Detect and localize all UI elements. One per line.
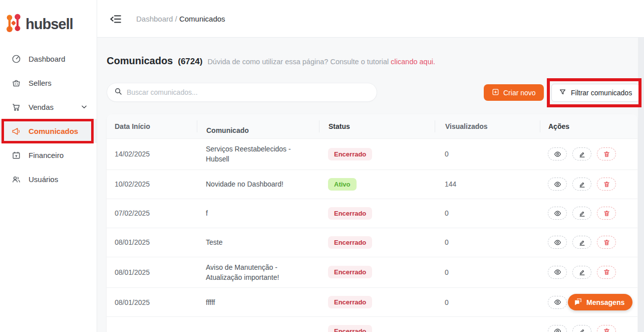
- cell-comunicado: Teste: [197, 232, 319, 252]
- status-badge: Ativo: [328, 178, 357, 191]
- plus-square-icon: [492, 88, 499, 97]
- edit-button[interactable]: [572, 207, 591, 220]
- view-button[interactable]: [548, 266, 567, 279]
- table-row: 07/02/2025 f Encerrado 0: [107, 199, 637, 228]
- cell-actions: [540, 266, 637, 279]
- delete-button[interactable]: [597, 236, 616, 249]
- delete-button[interactable]: [597, 178, 616, 191]
- cart-icon: [11, 102, 21, 112]
- cell-comunicado: Serviços Reestabelecidos - Hubsell: [197, 139, 319, 170]
- edit-button[interactable]: [572, 147, 591, 160]
- cell-date: 08/01/2025: [107, 298, 197, 306]
- cell-date: 07/02/2025: [107, 209, 197, 217]
- search-icon: [114, 87, 122, 97]
- status-badge: Encerrado: [328, 266, 372, 278]
- sidebar-item-sellers[interactable]: Sellers: [0, 71, 97, 95]
- users-icon: [11, 174, 21, 184]
- gauge-icon: [11, 54, 21, 64]
- messages-button[interactable]: Mensagens: [568, 294, 632, 310]
- col-header-status: Status: [319, 120, 435, 132]
- table-row: 08/01/2025 Aviso de Manutenção - Atualiz…: [107, 257, 637, 288]
- cell-status: Encerrado: [319, 148, 435, 160]
- cell-date: 14/02/2025: [107, 150, 197, 158]
- calendar-icon: [11, 150, 21, 160]
- brand-logo[interactable]: hubsell: [0, 0, 97, 37]
- cell-actions: [540, 207, 637, 220]
- edit-button[interactable]: [572, 266, 591, 279]
- breadcrumb-current: Comunicados: [179, 15, 225, 23]
- tutorial-link[interactable]: clicando aqui.: [391, 58, 435, 66]
- cell-views: 0: [435, 238, 540, 246]
- cell-status: Encerrado: [319, 236, 435, 249]
- sidebar-item-comunicados[interactable]: Comunicados: [0, 119, 97, 143]
- cell-comunicado: Novidade no Dashboard!: [197, 174, 319, 194]
- sidebar-item-label: Financeiro: [29, 151, 64, 159]
- table-header: Data Início Comunicado Status Visualizad…: [107, 114, 637, 138]
- sidebar-item-dashboard[interactable]: Dashboard: [0, 47, 97, 71]
- view-button[interactable]: [548, 147, 567, 160]
- view-button[interactable]: [548, 207, 567, 220]
- filter-button[interactable]: Filtrar comunicados: [551, 84, 639, 102]
- view-button[interactable]: [548, 296, 567, 309]
- cell-comunicado: fffff: [197, 292, 319, 312]
- cell-date: 08/01/2025: [107, 268, 197, 276]
- status-badge: Encerrado: [328, 325, 372, 332]
- table-body: 14/02/2025 Serviços Reestabelecidos - Hu…: [107, 138, 637, 332]
- edit-button[interactable]: [572, 178, 591, 191]
- page-help-text: Dúvida de como utilizar essa página? Con…: [207, 58, 435, 66]
- cell-status: Encerrado: [319, 207, 435, 220]
- delete-button[interactable]: [597, 266, 616, 279]
- cell-views: 0: [435, 209, 540, 217]
- col-header-data-inicio: Data Início: [107, 120, 197, 132]
- status-badge: Encerrado: [328, 207, 372, 220]
- cell-comunicado: Aviso de Manutenção - Atualização import…: [197, 257, 319, 288]
- search-input[interactable]: [127, 88, 377, 96]
- breadcrumb-dashboard[interactable]: Dashboard: [136, 15, 173, 23]
- cell-status: Encerrado: [319, 325, 435, 332]
- cell-actions: [540, 147, 637, 160]
- page-head: Comunicados (6724) Dúvida de como utiliz…: [107, 55, 435, 67]
- status-badge: Encerrado: [328, 148, 372, 160]
- hubsell-logo-icon: [6, 13, 21, 35]
- sidebar: hubsell Dashboard Sellers: [0, 0, 97, 332]
- sidebar-item-usuarios[interactable]: Usuários: [0, 167, 97, 191]
- edit-button[interactable]: [572, 236, 591, 249]
- cell-actions: [540, 236, 637, 249]
- chat-icon: [574, 297, 582, 307]
- sidebar-item-label: Usuários: [29, 175, 58, 184]
- breadcrumb: Dashboard / Comunicados: [136, 15, 225, 23]
- edit-button[interactable]: [572, 325, 591, 332]
- cell-views: 0: [435, 268, 540, 276]
- sidebar-item-label: Vendas: [29, 103, 54, 111]
- view-button[interactable]: [548, 178, 567, 191]
- col-header-acoes: Ações: [540, 120, 637, 132]
- delete-button[interactable]: [597, 325, 616, 332]
- sidebar-item-label: Dashboard: [29, 55, 65, 63]
- basket-icon: [11, 78, 21, 88]
- cell-views: 0: [435, 150, 540, 158]
- cell-actions: [540, 325, 637, 332]
- sidebar-item-vendas[interactable]: Vendas: [0, 95, 97, 119]
- search-box: [107, 83, 377, 102]
- table-row: 14/02/2025 Serviços Reestabelecidos - Hu…: [107, 138, 637, 170]
- cell-comunicado: f: [197, 203, 319, 223]
- table-row: 08/01/2025 fffff Encerrado 0: [107, 287, 637, 316]
- top-header: Dashboard / Comunicados: [97, 0, 644, 38]
- chevron-down-icon: [81, 103, 88, 112]
- sidebar-item-financeiro[interactable]: Financeiro: [0, 143, 97, 167]
- delete-button[interactable]: [597, 207, 616, 220]
- sidebar-collapse-icon[interactable]: [109, 13, 122, 26]
- table-row: 10/02/2025 Novidade no Dashboard! Ativo …: [107, 170, 637, 199]
- breadcrumb-separator: /: [175, 15, 179, 23]
- scrollbar-track[interactable]: [638, 38, 644, 332]
- cell-views: 0: [435, 298, 540, 306]
- sidebar-nav: Dashboard Sellers Vendas: [0, 47, 97, 191]
- cell-status: Encerrado: [319, 296, 435, 308]
- view-button[interactable]: [548, 236, 567, 249]
- cell-comunicado: [197, 326, 319, 332]
- table-row: 08/01/2025 Teste Encerrado 0: [107, 228, 637, 257]
- create-new-button[interactable]: Criar novo: [484, 84, 544, 101]
- delete-button[interactable]: [597, 147, 616, 160]
- cell-views: 144: [435, 180, 540, 188]
- view-button[interactable]: [548, 325, 567, 332]
